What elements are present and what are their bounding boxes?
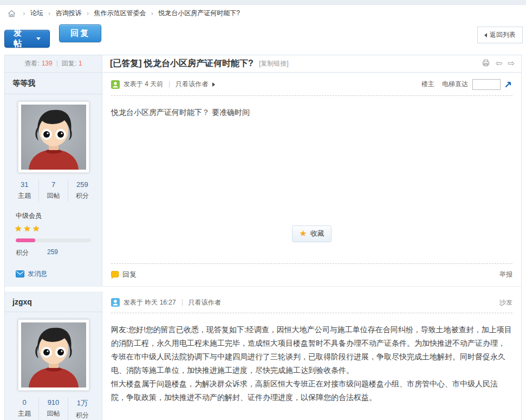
stat-replies-label: 回帖: [39, 191, 67, 201]
new-post-button[interactable]: 发帖: [4, 30, 50, 48]
floor-badge: 楼主: [421, 80, 434, 89]
avatar[interactable]: [18, 319, 89, 391]
post-1: 等等我: [5, 73, 521, 286]
breadcrumb-board[interactable]: 焦作示范区管委会: [94, 9, 146, 18]
online-status-icon[interactable]: [111, 80, 120, 89]
stat-threads-value: 31: [10, 180, 38, 189]
print-icon[interactable]: [482, 59, 490, 69]
view-author-label: 只看该作者: [176, 80, 208, 89]
reply-link[interactable]: 回复: [111, 270, 137, 280]
thread-tools: ⇦ ⇨: [482, 55, 515, 72]
breadcrumb-current: 悦龙台小区房产证何时能下?: [158, 9, 240, 18]
stat-replies-value: 7: [39, 180, 67, 189]
reply-button[interactable]: 回复: [59, 24, 101, 42]
answered-tag: [已答复]: [110, 59, 142, 68]
action-toolbar: 发帖 回复 返回列表: [0, 21, 526, 53]
replies-count: 1: [79, 60, 82, 67]
stat-threads-label: 主题: [10, 191, 38, 201]
stat-credits[interactable]: 259 积分: [68, 179, 96, 202]
reply-button-label: 回复: [70, 28, 90, 38]
copy-link-button[interactable]: [复制链接]: [259, 59, 289, 68]
post-1-author-panel: 等等我: [5, 73, 102, 286]
stat-threads-label: 主题: [10, 409, 38, 418]
elevator-floor-input[interactable]: [472, 79, 501, 90]
report-link[interactable]: 举报: [499, 270, 512, 279]
page-title: [已答复] 悦龙台小区房产证何时能下?: [110, 58, 254, 69]
reply-bubble-icon: [111, 271, 119, 279]
credit-score-label: 积分: [16, 248, 29, 257]
star-icon: ★: [299, 229, 307, 238]
breadcrumb-separator: [151, 10, 153, 17]
views-count: 139: [42, 60, 53, 67]
post-1-body: 悦龙台小区房产证何时能下？ 要准确时间: [111, 96, 512, 119]
breadcrumb-section[interactable]: 咨询投诉: [56, 9, 82, 18]
thread-title-area: [已答复] 悦龙台小区房产证何时能下? [复制链接]: [102, 55, 482, 72]
view-author-only-link[interactable]: 只看该作者: [189, 298, 221, 307]
post-2-username[interactable]: jzgxq: [5, 292, 102, 312]
thread-container: 查看: 139 回复: 1 [已答复] 悦龙台小区房产证何时能下? [复制链接]…: [4, 55, 522, 420]
breadcrumb-forum[interactable]: 论坛: [30, 9, 43, 18]
post-2: jzgxq: [5, 292, 521, 420]
post-1-author-stats: 31 主题 7 回帖 259 积分: [10, 179, 96, 202]
stat-replies-label: 回帖: [39, 409, 67, 418]
view-author-label: 只看该作者: [189, 298, 221, 307]
stat-replies[interactable]: 910 回帖: [38, 397, 67, 420]
next-thread-icon[interactable]: ⇨: [508, 59, 515, 68]
view-author-only-link[interactable]: 只看该作者: [176, 80, 215, 89]
post-1-content: 发表于 4 天前 只看该作者 楼主 电梯直达 悦龙台小区房产证何时能下？ 要准确…: [102, 73, 521, 286]
post-1-footer: 回复 举报: [111, 263, 512, 286]
credit-progress-fill: [16, 238, 35, 242]
post-2-content: 发表于 昨天 16:27 只看该作者 沙发 网友:您好!您的留言已收悉，现答复如…: [102, 292, 521, 420]
favorite-label: 收藏: [310, 229, 324, 238]
replies-label: 回复:: [62, 59, 76, 68]
breadcrumb-separator: [87, 10, 89, 17]
back-to-list-label: 返回列表: [490, 30, 516, 40]
stat-threads[interactable]: 0 主题: [10, 397, 38, 420]
avatar-image: [21, 322, 86, 387]
post-2-meta-right: 沙发: [499, 298, 512, 307]
thread-stats: 查看: 139 回复: 1: [5, 55, 102, 72]
divider: [182, 299, 183, 306]
breadcrumb-separator: [23, 10, 25, 17]
elevator-label: 电梯直达: [442, 80, 468, 89]
post-2-author-stats: 0 主题 910 回帖 1万 积分: [10, 397, 96, 420]
post-divider: [5, 286, 521, 292]
elevator-jump-icon[interactable]: [504, 80, 512, 89]
rank-stars-icon: ★★★: [5, 221, 102, 234]
stat-replies[interactable]: 7 回帖: [38, 179, 67, 202]
stat-threads[interactable]: 31 主题: [10, 179, 38, 202]
stat-credits-label: 积分: [68, 191, 96, 201]
post-time: 发表于 4 天前: [124, 80, 163, 89]
stat-credits[interactable]: 1万 积分: [68, 397, 96, 420]
divider: [169, 81, 170, 88]
credit-progress-bar: [16, 238, 91, 242]
top-strip: [0, 0, 526, 5]
credit-score-value: 259: [47, 248, 58, 257]
post-1-username[interactable]: 等等我: [5, 73, 102, 94]
home-icon[interactable]: [8, 10, 16, 17]
avatar-image: [21, 105, 86, 170]
post-2-meta: 发表于 昨天 16:27 只看该作者 沙发: [111, 292, 512, 313]
new-post-button-label: 发帖: [14, 28, 33, 49]
thread-title-text: 悦龙台小区房产证何时能下?: [144, 59, 254, 68]
envelope-icon: [16, 270, 24, 277]
online-status-icon[interactable]: [111, 298, 120, 307]
post-1-meta: 发表于 4 天前 只看该作者 楼主 电梯直达: [111, 73, 512, 96]
chevron-left-icon: [484, 33, 487, 37]
chevron-down-icon: [36, 37, 41, 40]
prev-thread-icon[interactable]: ⇦: [496, 59, 503, 68]
send-message-link[interactable]: 发消息: [5, 257, 102, 279]
stat-threads-value: 0: [10, 398, 38, 406]
reply-paragraph: 恒大楼盘属于问题楼盘，为解决群众诉求，高新区恒大专班正在对接市级问题楼盘小组、市…: [111, 377, 512, 404]
reply-paragraph: 网友:您好!您的留言已收悉，现答复如下:经调查，因恒大地产公司与施工单位存在合同…: [111, 323, 512, 377]
send-message-label: 发消息: [28, 269, 47, 279]
views-label: 查看:: [24, 59, 39, 68]
post-1-meta-right: 楼主 电梯直达: [421, 79, 512, 90]
reply-link-label: 回复: [122, 270, 137, 280]
stat-credits-label: 积分: [68, 411, 96, 420]
credit-score-row: 积分 259: [5, 242, 102, 257]
back-to-list-button[interactable]: 返回列表: [477, 27, 523, 43]
post-2-body: 网友:您好!您的留言已收悉，现答复如下:经调查，因恒大地产公司与施工单位存在合同…: [111, 313, 512, 404]
avatar[interactable]: [18, 101, 89, 173]
favorite-button[interactable]: ★ 收藏: [292, 225, 331, 242]
